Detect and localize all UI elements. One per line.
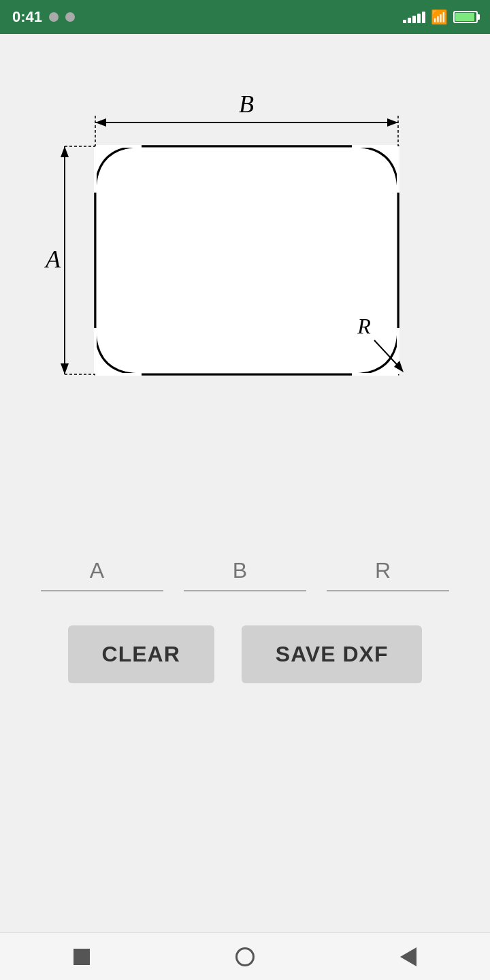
shape-final bbox=[95, 146, 398, 374]
a-label: A bbox=[44, 246, 61, 273]
dot-icon-1 bbox=[49, 12, 59, 22]
signal-icon bbox=[403, 12, 425, 23]
b-label: B bbox=[239, 91, 254, 118]
input-group-b bbox=[184, 551, 306, 591]
home-icon bbox=[235, 947, 255, 966]
input-group-a bbox=[41, 551, 163, 591]
b-dimension: B bbox=[95, 91, 398, 146]
input-b[interactable] bbox=[184, 551, 306, 591]
svg-rect-4 bbox=[95, 146, 398, 374]
input-a[interactable] bbox=[41, 551, 163, 591]
diagram-container: B A R bbox=[0, 34, 490, 510]
nav-back-button[interactable] bbox=[391, 940, 425, 974]
main-content: B A R bbox=[0, 34, 490, 946]
svg-marker-14 bbox=[95, 118, 106, 127]
save-dxf-button[interactable]: SAVE DXF bbox=[242, 625, 423, 683]
a-dimension: A bbox=[44, 146, 95, 374]
status-time: 0:41 bbox=[12, 8, 42, 26]
nav-bar bbox=[0, 932, 490, 980]
clear-button[interactable]: CLEAR bbox=[68, 625, 214, 683]
svg-marker-15 bbox=[387, 118, 398, 127]
nav-stop-button[interactable] bbox=[65, 940, 99, 974]
buttons-section: CLEAR SAVE DXF bbox=[68, 625, 423, 683]
svg-marker-20 bbox=[61, 363, 69, 374]
stop-icon bbox=[74, 949, 90, 965]
nav-home-button[interactable] bbox=[228, 940, 262, 974]
shape-diagram: B A R bbox=[41, 78, 449, 487]
inputs-section bbox=[0, 551, 490, 591]
input-group-r bbox=[327, 551, 449, 591]
back-icon bbox=[400, 947, 416, 966]
svg-marker-19 bbox=[61, 146, 69, 157]
wifi-icon: 📶 bbox=[431, 9, 448, 25]
r-label: R bbox=[357, 314, 371, 338]
status-bar: 0:41 📶 bbox=[0, 0, 490, 34]
battery-icon bbox=[453, 11, 478, 23]
dot-icon-2 bbox=[65, 12, 75, 22]
status-icons: 📶 bbox=[403, 9, 478, 25]
input-r[interactable] bbox=[327, 551, 449, 591]
